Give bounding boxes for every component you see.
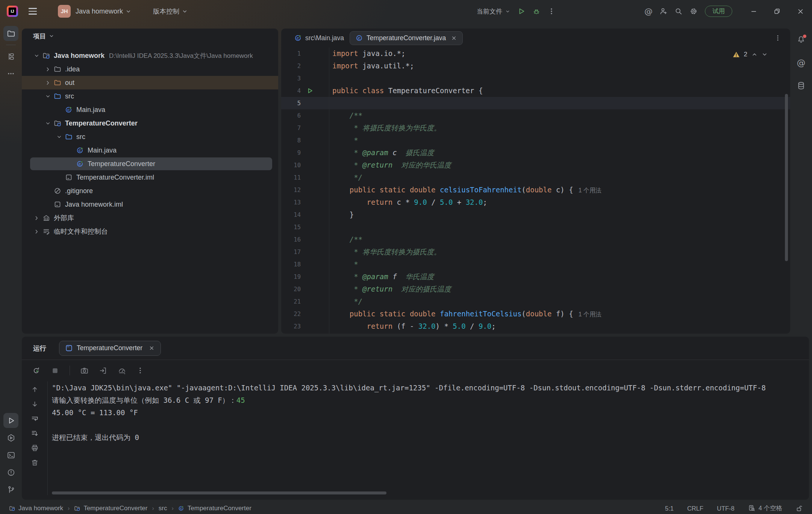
breadcrumb-item-TemperatureConverter[interactable]: TemperatureConverter (74, 505, 147, 512)
code-line-11[interactable]: 11 */ (281, 171, 790, 184)
code-editor[interactable]: 2 1import java.io.*;2import java.util.*;… (281, 47, 790, 334)
indent-widget[interactable]: 4 个空格 (748, 504, 782, 512)
attach-debugger-icon[interactable] (99, 366, 108, 375)
tree-item-.idea[interactable]: .idea (22, 62, 278, 76)
main-menu-button[interactable] (29, 5, 42, 18)
ai-assistant-icon[interactable]: @ (641, 4, 656, 19)
run-more-actions-icon[interactable] (136, 367, 144, 374)
chevron-right-icon[interactable] (43, 80, 53, 86)
tree-item-Java-homework.iml[interactable]: Java homework.iml (22, 198, 278, 211)
next-problem-icon[interactable] (762, 51, 768, 57)
tree-item-src[interactable]: src (22, 130, 278, 144)
soft-wrap-icon[interactable] (31, 415, 39, 423)
run-console[interactable]: "D:\Java JDK25\bin\java.exe" "-javaagent… (52, 382, 806, 444)
tree-item-Main.java[interactable]: CMain.java (22, 103, 278, 116)
thread-dump-camera-icon[interactable] (80, 366, 89, 375)
chevron-down-icon[interactable] (43, 93, 53, 100)
code-line-18[interactable]: 18 * (281, 258, 790, 271)
code-line-3[interactable]: 3 (281, 72, 790, 85)
git-tool-window-button[interactable] (3, 482, 18, 497)
terminal-tool-window-button[interactable] (3, 447, 18, 463)
commit-tool-window-button[interactable] (3, 49, 18, 64)
code-line-6[interactable]: 6 /** (281, 109, 790, 122)
code-line-14[interactable]: 14 } (281, 209, 790, 221)
trial-badge[interactable]: 试用 (705, 6, 732, 17)
line-ending[interactable]: CRLF (687, 505, 703, 512)
tree-item-临时文件和控制台[interactable]: 临时文件和控制台 (22, 225, 278, 238)
project-panel-header[interactable]: 项目 (22, 29, 278, 44)
more-actions-button[interactable] (544, 4, 559, 19)
minimize-button[interactable] (742, 0, 765, 23)
code-line-4[interactable]: 4public class TemperatureConverter { (281, 85, 790, 97)
tree-item-.gitignore[interactable]: .gitignore (22, 184, 278, 198)
code-line-23[interactable]: 23 return (f - 32.0) * 5.0 / 9.0; (281, 320, 790, 333)
code-line-19[interactable]: 19 * @param f 华氏温度 (281, 271, 790, 283)
code-line-13[interactable]: 13 return c * 9.0 / 5.0 + 32.0; (281, 196, 790, 209)
chevron-right-icon[interactable] (43, 66, 53, 73)
tab-temperatureconverter-java[interactable]: C TemperatureConverter.java (350, 31, 463, 45)
down-stacktrace-icon[interactable] (31, 400, 39, 408)
run-configuration-selector[interactable]: 当前文件 (477, 7, 502, 16)
code-line-2[interactable]: 2import java.util.*; (281, 60, 790, 72)
editor-vertical-scrollbar[interactable] (785, 94, 788, 261)
editor-more-icon[interactable] (774, 35, 781, 41)
code-line-21[interactable]: 21 */ (281, 295, 790, 308)
close-run-tab-icon[interactable] (149, 345, 155, 351)
project-tool-window-button[interactable] (3, 26, 18, 41)
services-tool-window-button[interactable] (3, 430, 18, 445)
database-tool-icon[interactable] (794, 78, 809, 93)
code-line-15[interactable]: 15 (281, 221, 790, 233)
chevron-down-icon[interactable] (32, 53, 41, 59)
code-line-9[interactable]: 9 * @param c 摄氏温度 (281, 147, 790, 159)
chevron-down-icon[interactable] (54, 134, 64, 140)
close-button[interactable] (789, 0, 812, 23)
code-line-5[interactable]: 5 (281, 97, 790, 109)
tree-item-TemperatureConverter[interactable]: TemperatureConverter (22, 116, 278, 130)
run-button[interactable] (514, 4, 529, 19)
run-gutter-icon[interactable] (301, 88, 329, 94)
breadcrumb-item-src[interactable]: src (159, 505, 167, 512)
more-tool-windows-button[interactable] (3, 66, 18, 81)
breadcrumb-item-TemperatureConverter[interactable]: CTemperatureConverter (178, 505, 251, 512)
tree-item-Main.java[interactable]: CMain.java (22, 144, 278, 157)
up-stacktrace-icon[interactable] (31, 386, 39, 393)
debug-button[interactable] (529, 4, 544, 19)
ai-assistant-tool-icon[interactable]: @ (794, 55, 809, 70)
project-avatar[interactable]: JH (58, 5, 71, 18)
code-line-1[interactable]: 1import java.io.*; (281, 47, 790, 60)
code-with-me-icon[interactable] (656, 4, 671, 19)
tree-item-Java-homework[interactable]: Java homeworkD:\IntelliJ IDEA 2025.3.3\J… (22, 49, 278, 62)
close-tab-icon[interactable] (451, 35, 457, 41)
chevron-down-icon[interactable] (43, 120, 53, 127)
prev-problem-icon[interactable] (751, 51, 757, 57)
vcs-menu[interactable]: 版本控制 (153, 7, 179, 16)
chevron-right-icon[interactable] (32, 215, 41, 221)
tree-item-out[interactable]: out (22, 76, 278, 89)
run-tool-window-button[interactable] (3, 413, 18, 428)
breadcrumb-item-Java-homework[interactable]: Java homework (9, 505, 63, 512)
project-name[interactable]: Java homework (76, 8, 123, 15)
code-line-17[interactable]: 17 * 将华氏度转换为摄氏度。 (281, 246, 790, 258)
chevron-right-icon[interactable] (32, 228, 41, 235)
console-horizontal-scrollbar[interactable] (52, 491, 386, 494)
file-encoding[interactable]: UTF-8 (717, 505, 735, 512)
restore-button[interactable] (765, 0, 789, 23)
warning-icon[interactable] (733, 51, 740, 58)
caret-position[interactable]: 5:1 (665, 505, 674, 512)
code-line-7[interactable]: 7 * 将摄氏度转换为华氏度。 (281, 122, 790, 134)
notifications-bell-icon[interactable] (794, 32, 809, 47)
tree-item-TemperatureConverter.iml[interactable]: TemperatureConverter.iml (22, 171, 278, 184)
tree-item-TemperatureConverter[interactable]: CTemperatureConverter (22, 157, 278, 171)
warning-count[interactable]: 2 (744, 51, 747, 58)
tab-main-java[interactable]: C src\Main.java (289, 29, 350, 47)
stop-button[interactable] (51, 366, 59, 375)
scroll-to-end-icon[interactable] (31, 429, 39, 437)
print-icon[interactable] (31, 444, 39, 452)
search-icon[interactable] (671, 4, 686, 19)
code-line-22[interactable]: 22 public static double fahrenheitToCels… (281, 308, 790, 320)
code-line-10[interactable]: 10 * @return 对应的华氏温度 (281, 159, 790, 171)
code-line-8[interactable]: 8 * (281, 134, 790, 147)
tree-item-src[interactable]: src (22, 89, 278, 103)
problems-tool-window-button[interactable] (3, 465, 18, 480)
clear-console-trash-icon[interactable] (31, 459, 39, 467)
